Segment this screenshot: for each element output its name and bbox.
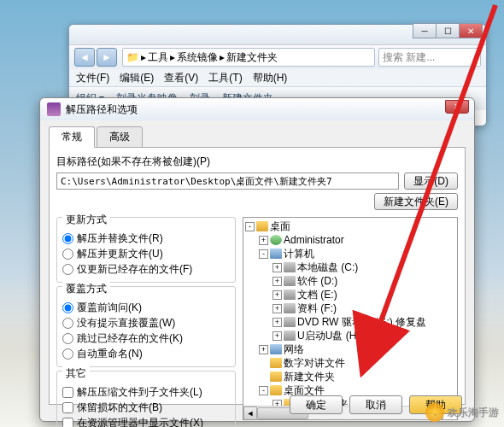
tree-toggle-icon[interactable]: + [273, 290, 282, 300]
other-opt-0[interactable]: 解压压缩文件到子文件夹(L) [62, 384, 230, 400]
winrar-icon [47, 102, 61, 116]
menu-file[interactable]: 文件(F) [76, 71, 109, 85]
tree-label: 网络 [284, 342, 304, 356]
other-opt-1[interactable]: 保留损坏的文件(B) [62, 400, 230, 415]
overwrite-mode-group: 覆盖方式 覆盖前询问(K) 没有提示直接覆盖(W) 跳过已经存在的文件(K) 自… [56, 286, 236, 367]
watermark-icon [425, 403, 444, 422]
tree-label: 本地磁盘 (C:) [297, 260, 358, 274]
path-label: 目标路径(如果不存在将被创建)(P) [56, 155, 458, 169]
overwrite-opt-0[interactable]: 覆盖前询问(K) [62, 300, 230, 315]
menu-tools[interactable]: 工具(T) [208, 71, 242, 85]
folder-icon [270, 385, 282, 395]
search-input[interactable]: 搜索 新建... [378, 48, 481, 67]
dialog-titlebar[interactable]: 解压路径和选项 [40, 98, 474, 120]
tree-label: 新建文件夹 [284, 370, 335, 383]
update-opt-2[interactable]: 仅更新已经存在的文件(F) [62, 261, 230, 277]
drive-icon [284, 276, 296, 286]
update-opt-1[interactable]: 解压并更新文件(U) [62, 246, 230, 261]
tree-toggle-icon[interactable]: + [259, 345, 268, 354]
watermark: 欢乐淘手游 [425, 403, 499, 422]
drive-icon [284, 317, 296, 327]
tree-label: 桌面 [270, 219, 290, 233]
tree-toggle-icon[interactable]: + [273, 277, 282, 286]
cancel-button[interactable]: 取消 [349, 395, 402, 414]
tree-toggle-icon[interactable]: - [259, 386, 268, 395]
minimize-button[interactable]: ─ [413, 23, 437, 38]
other-opt-2[interactable]: 在资源管理器中显示文件(X) [62, 415, 230, 427]
tree-label: 数字对讲文件 [284, 356, 345, 370]
tree-row[interactable]: +U启动U盘 (H:) [245, 329, 455, 342]
drive-icon [284, 290, 296, 300]
tree-row[interactable]: +DVD RW 驱动器 (G:) 修复盘 [245, 315, 455, 329]
folder-icon [270, 371, 282, 382]
overwrite-opt-1[interactable]: 没有提示直接覆盖(W) [62, 315, 230, 330]
tree-label: DVD RW 驱动器 (G:) 修复盘 [297, 315, 426, 329]
tree-toggle-icon[interactable]: - [245, 222, 255, 231]
tab-general[interactable]: 常规 [49, 126, 95, 148]
display-button[interactable]: 显示(D) [404, 173, 458, 190]
tree-toggle-icon[interactable]: + [259, 236, 268, 245]
tree-row[interactable]: +网络 [245, 342, 455, 356]
menu-view[interactable]: 查看(V) [164, 71, 198, 85]
tree-label: 资料 (F:) [297, 301, 337, 315]
folder-tree[interactable]: -桌面+Administrator-计算机+本地磁盘 (C:)+软件 (D:)+… [243, 217, 458, 420]
computer-icon [270, 344, 282, 354]
tree-label: U启动U盘 (H:) [297, 329, 363, 342]
folder-icon [270, 358, 282, 368]
tree-toggle-icon[interactable]: + [273, 263, 282, 272]
new-folder-button[interactable]: 新建文件夹(E) [374, 193, 458, 210]
folder-icon [256, 221, 268, 231]
dialog-close-button[interactable]: ✕ [445, 100, 469, 114]
drive-icon [284, 262, 296, 272]
menu-bar: 文件(F) 编辑(E) 查看(V) 工具(T) 帮助(H) [69, 69, 486, 86]
tree-row[interactable]: -计算机 [245, 247, 455, 260]
path-input[interactable] [56, 173, 399, 190]
tree-row[interactable]: +本地磁盘 (C:) [245, 260, 455, 274]
tree-row[interactable]: +软件 (D:) [245, 274, 455, 288]
close-button[interactable]: ✕ [459, 23, 483, 38]
tree-row[interactable]: 新建文件夹 [245, 370, 455, 383]
dialog-title: 解压路径和选项 [66, 102, 138, 117]
scroll-left-button[interactable]: ◄ [243, 407, 257, 420]
extract-dialog: 解压路径和选项 ✕ 常规 高级 目标路径(如果不存在将被创建)(P) 显示(D)… [39, 97, 475, 422]
other-group: 其它 解压压缩文件到子文件夹(L) 保留损坏的文件(B) 在资源管理器中显示文件… [56, 371, 236, 427]
tree-toggle-icon[interactable]: - [259, 249, 268, 259]
tree-label: 文档 (E:) [297, 288, 337, 301]
tree-toggle-icon[interactable]: + [273, 304, 282, 313]
drive-icon [284, 303, 296, 313]
drive-icon [284, 330, 296, 341]
update-opt-0[interactable]: 解压并替换文件(R) [62, 231, 230, 246]
maximize-button[interactable]: ☐ [436, 23, 460, 38]
overwrite-opt-2[interactable]: 跳过已经存在的文件(K) [62, 330, 230, 346]
tree-label: 计算机 [284, 247, 314, 260]
update-mode-group: 更新方式 解压并替换文件(R) 解压并更新文件(U) 仅更新已经存在的文件(F) [56, 217, 236, 283]
tree-toggle-icon[interactable]: + [273, 318, 282, 327]
tree-toggle-icon[interactable]: + [273, 331, 282, 341]
user-icon [270, 235, 282, 245]
tree-row[interactable]: 数字对讲文件 [245, 356, 455, 370]
back-button[interactable]: ◄ [74, 48, 95, 67]
overwrite-opt-3[interactable]: 自动重命名(N) [62, 346, 230, 361]
ok-button[interactable]: 确定 [290, 395, 343, 414]
breadcrumb[interactable]: 📁 ▸ 工具 ▸ 系统镜像 ▸ 新建文件夹 [122, 48, 375, 67]
tab-advanced[interactable]: 高级 [97, 126, 143, 148]
folder-icon: 📁 [126, 51, 139, 63]
menu-edit[interactable]: 编辑(E) [120, 71, 154, 85]
tree-label: 软件 (D:) [297, 274, 337, 288]
tree-row[interactable]: +Administrator [245, 233, 455, 247]
forward-button[interactable]: ► [97, 48, 117, 67]
tree-row[interactable]: +文档 (E:) [245, 288, 455, 301]
tree-row[interactable]: +资料 (F:) [245, 301, 455, 315]
computer-icon [270, 249, 282, 259]
tree-label: Administrator [284, 233, 344, 247]
menu-help[interactable]: 帮助(H) [253, 71, 288, 85]
tree-row[interactable]: -桌面 [245, 219, 455, 233]
